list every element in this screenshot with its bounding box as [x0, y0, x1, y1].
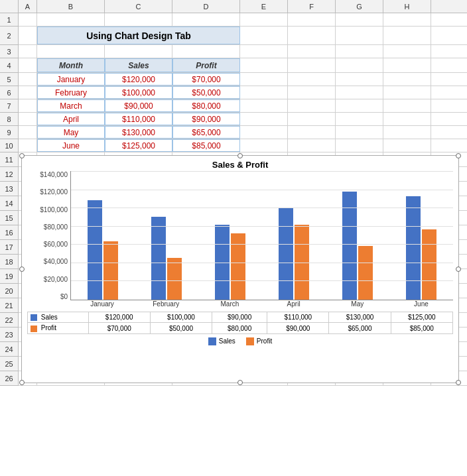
cell-a6[interactable] [19, 86, 37, 99]
cell-c1[interactable] [105, 13, 172, 26]
cell-h6[interactable] [383, 86, 431, 99]
bar-profit-1[interactable] [167, 258, 182, 300]
cell-h3[interactable] [383, 45, 431, 58]
row-6: 6 [0, 86, 19, 99]
cell-g1[interactable] [336, 13, 383, 26]
bar-profit-2[interactable] [231, 233, 245, 300]
handle-br[interactable] [456, 380, 461, 385]
cell-profit-jun[interactable]: $85,000 [172, 139, 240, 152]
cell-e9[interactable] [240, 126, 288, 139]
cell-a4[interactable] [19, 58, 37, 72]
cell-month-mar[interactable]: March [37, 99, 105, 112]
cell-g4[interactable] [336, 58, 383, 72]
cell-e2[interactable] [240, 27, 288, 44]
cell-e10[interactable] [240, 139, 288, 152]
handle-tl[interactable] [19, 153, 25, 158]
handle-bc[interactable] [237, 380, 243, 385]
cell-h9[interactable] [383, 126, 431, 139]
cell-h8[interactable] [383, 113, 431, 125]
cell-sales-apr[interactable]: $110,000 [105, 113, 172, 125]
cell-b1[interactable] [37, 13, 105, 26]
cell-profit-feb[interactable]: $50,000 [172, 86, 240, 99]
cell-profit-apr[interactable]: $90,000 [172, 113, 240, 125]
cell-f9[interactable] [288, 126, 336, 139]
cell-h5[interactable] [383, 73, 431, 86]
cell-g10[interactable] [336, 139, 383, 152]
cell-d1[interactable] [172, 13, 240, 26]
handle-ml[interactable] [19, 267, 25, 272]
handle-tc[interactable] [237, 153, 243, 158]
cell-g2[interactable] [336, 27, 383, 44]
cell-f8[interactable] [288, 113, 336, 125]
cell-month-may[interactable]: May [37, 126, 105, 139]
cell-a7[interactable] [19, 99, 37, 112]
cell-sales-jun[interactable]: $125,000 [105, 139, 172, 152]
bar-sales-4[interactable] [342, 192, 357, 300]
bar-sales-1[interactable] [151, 217, 166, 300]
cell-profit-mar[interactable]: $80,000 [172, 99, 240, 112]
cell-g5[interactable] [336, 73, 383, 86]
cell-f5[interactable] [288, 73, 336, 86]
cell-a9[interactable] [19, 126, 37, 139]
cell-f7[interactable] [288, 99, 336, 112]
cell-e3[interactable] [240, 45, 288, 58]
cell-h1[interactable] [383, 13, 431, 26]
bar-profit-4[interactable] [358, 246, 373, 300]
cell-profit-may[interactable]: $65,000 [172, 126, 240, 139]
cell-a3[interactable] [19, 45, 37, 58]
header-month[interactable]: Month [37, 58, 105, 72]
cell-g9[interactable] [336, 126, 383, 139]
bar-profit-3[interactable] [295, 225, 309, 300]
handle-mr[interactable] [456, 267, 461, 272]
cell-g7[interactable] [336, 99, 383, 112]
cell-a1[interactable] [19, 13, 37, 26]
cell-f2[interactable] [288, 27, 336, 44]
cell-h2[interactable] [383, 27, 431, 44]
header-sales[interactable]: Sales [105, 58, 172, 72]
cell-e8[interactable] [240, 113, 288, 125]
handle-tr[interactable] [456, 153, 461, 158]
handle-bl[interactable] [19, 380, 25, 385]
cell-sales-may[interactable]: $130,000 [105, 126, 172, 139]
cell-g3[interactable] [336, 45, 383, 58]
cell-b3[interactable] [37, 45, 105, 58]
cell-f1[interactable] [288, 13, 336, 26]
cell-f3[interactable] [288, 45, 336, 58]
bar-profit-0[interactable] [103, 241, 118, 300]
cell-d3[interactable] [172, 45, 240, 58]
cell-g6[interactable] [336, 86, 383, 99]
cell-sales-mar[interactable]: $90,000 [105, 99, 172, 112]
cell-a8[interactable] [19, 113, 37, 125]
bar-sales-2[interactable] [215, 225, 230, 300]
bar-sales-5[interactable] [406, 196, 421, 300]
cell-h7[interactable] [383, 99, 431, 112]
cell-e6[interactable] [240, 86, 288, 99]
cell-f4[interactable] [288, 58, 336, 72]
chart-overlay[interactable]: Sales & Profit $140,000 $120,000 $100,00… [21, 155, 459, 383]
cell-a5[interactable] [19, 73, 37, 86]
cell-month-jun[interactable]: June [37, 139, 105, 152]
cell-month-apr[interactable]: April [37, 113, 105, 125]
cell-h4[interactable] [383, 58, 431, 72]
cell-e7[interactable] [240, 99, 288, 112]
cell-sales-jan[interactable]: $120,000 [105, 73, 172, 86]
cell-a10[interactable] [19, 139, 37, 152]
bar-sales-3[interactable] [279, 208, 293, 300]
cell-f10[interactable] [288, 139, 336, 152]
cell-f6[interactable] [288, 86, 336, 99]
cell-c3[interactable] [105, 45, 172, 58]
cell-sales-feb[interactable]: $100,000 [105, 86, 172, 99]
cell-profit-jan[interactable]: $70,000 [172, 73, 240, 86]
cell-a2[interactable] [19, 27, 37, 44]
cell-h10[interactable] [383, 139, 431, 152]
bar-profit-5[interactable] [422, 229, 436, 300]
cell-e5[interactable] [240, 73, 288, 86]
cell-g8[interactable] [336, 113, 383, 125]
cell-e4[interactable] [240, 58, 288, 72]
title-cell[interactable]: Using Chart Design Tab [37, 27, 240, 44]
cell-month-jan[interactable]: January [37, 73, 105, 86]
header-profit[interactable]: Profit [172, 58, 240, 72]
bar-sales-0[interactable] [88, 200, 102, 300]
cell-month-feb[interactable]: February [37, 86, 105, 99]
cell-e1[interactable] [240, 13, 288, 26]
